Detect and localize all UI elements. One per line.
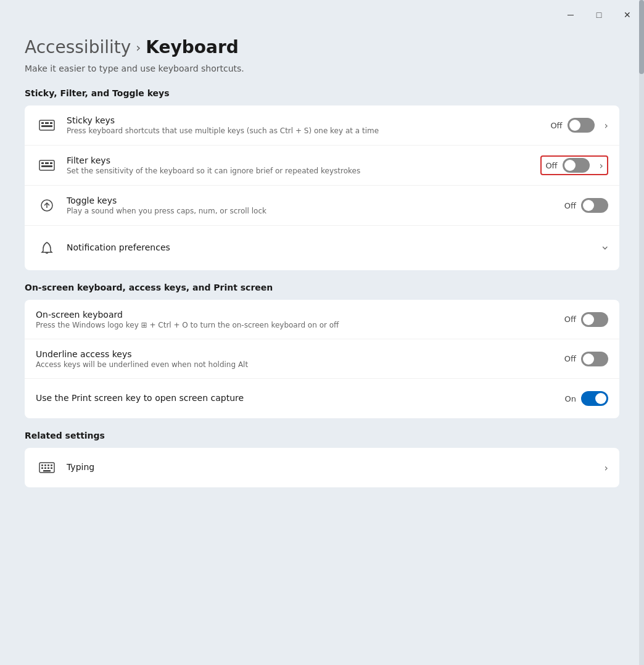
svg-rect-1 xyxy=(41,122,44,124)
notification-prefs-control: › xyxy=(598,241,608,255)
toggle-keys-toggle[interactable] xyxy=(581,198,608,213)
close-button[interactable]: ✕ xyxy=(613,5,642,25)
notification-prefs-title: Notification preferences xyxy=(67,242,588,252)
typing-row[interactable]: Typing › xyxy=(25,448,619,487)
filter-keys-control: Off › xyxy=(540,155,608,175)
print-screen-row[interactable]: Use the Print screen key to open screen … xyxy=(25,379,619,418)
underline-access-keys-control: Off xyxy=(564,352,608,366)
typing-text: Typing xyxy=(67,462,590,473)
notification-prefs-text: Notification preferences xyxy=(67,242,588,254)
svg-rect-8 xyxy=(50,162,52,164)
notification-prefs-row[interactable]: Notification preferences › xyxy=(25,226,619,270)
svg-rect-9 xyxy=(41,165,52,167)
underline-access-keys-text: Underline access keys Access keys will b… xyxy=(36,349,555,369)
svg-rect-7 xyxy=(45,162,49,164)
breadcrumb-parent[interactable]: Accessibility xyxy=(25,37,131,57)
underline-access-keys-row[interactable]: Underline access keys Access keys will b… xyxy=(25,339,619,379)
main-content: Accessibility › Keyboard Make it easier … xyxy=(0,25,644,514)
sticky-keys-label: Off xyxy=(550,121,562,130)
on-screen-keyboard-desc: Press the Windows logo key ⊞ + Ctrl + O … xyxy=(36,321,555,329)
toggle-keys-row[interactable]: Toggle keys Play a sound when you press … xyxy=(25,186,619,226)
filter-keys-label: Off xyxy=(545,161,557,170)
on-screen-keyboard-label: Off xyxy=(564,315,576,324)
svg-rect-16 xyxy=(51,465,52,466)
toggle-keys-control: Off xyxy=(564,198,608,213)
svg-rect-2 xyxy=(45,122,49,124)
title-bar: ─ □ ✕ xyxy=(0,0,644,25)
svg-rect-13 xyxy=(41,465,43,466)
underline-access-keys-title: Underline access keys xyxy=(36,349,555,359)
toggle-keys-label: Off xyxy=(564,201,576,210)
svg-rect-4 xyxy=(41,125,52,127)
typing-icon xyxy=(36,456,58,479)
on-screen-keyboard-text: On-screen keyboard Press the Windows log… xyxy=(36,310,555,329)
breadcrumb: Accessibility › Keyboard xyxy=(25,37,619,57)
svg-rect-14 xyxy=(44,465,46,466)
filter-keys-toggle[interactable] xyxy=(563,158,590,173)
scrollbar-thumb[interactable] xyxy=(639,0,644,74)
print-screen-control: On xyxy=(565,391,608,406)
underline-access-keys-toggle[interactable] xyxy=(581,352,608,366)
sticky-keys-icon xyxy=(36,114,58,136)
toggle-keys-icon xyxy=(36,194,58,217)
sticky-keys-row[interactable]: Sticky keys Press keyboard shortcuts tha… xyxy=(25,105,619,146)
underline-access-keys-label: Off xyxy=(564,354,576,363)
section1-header: Sticky, Filter, and Toggle keys xyxy=(25,88,619,98)
svg-rect-18 xyxy=(44,468,46,469)
section3-header: Related settings xyxy=(25,431,619,440)
toggle-keys-text: Toggle keys Play a sound when you press … xyxy=(67,196,555,215)
filter-keys-title: Filter keys xyxy=(67,155,530,165)
scrollbar-track xyxy=(639,0,644,665)
svg-rect-17 xyxy=(41,468,43,469)
filter-keys-desc: Set the sensitivity of the keyboard so i… xyxy=(67,167,530,175)
filter-keys-highlight-box: Off › xyxy=(540,155,608,175)
print-screen-label: On xyxy=(565,394,576,403)
on-screen-keyboard-control: Off xyxy=(564,312,608,327)
toggle-keys-desc: Play a sound when you press caps, num, o… xyxy=(67,207,555,215)
svg-rect-15 xyxy=(47,465,49,466)
filter-keys-text: Filter keys Set the sensitivity of the k… xyxy=(67,155,530,175)
typing-chevron[interactable]: › xyxy=(605,462,608,474)
on-screen-keyboard-row[interactable]: On-screen keyboard Press the Windows log… xyxy=(25,300,619,339)
section2-card: On-screen keyboard Press the Windows log… xyxy=(25,300,619,418)
svg-rect-19 xyxy=(47,468,49,469)
maximize-button[interactable]: □ xyxy=(585,5,613,25)
section3-card: Typing › xyxy=(25,448,619,487)
minimize-button[interactable]: ─ xyxy=(556,5,585,25)
print-screen-toggle[interactable] xyxy=(581,391,608,406)
print-screen-text: Use the Print screen key to open screen … xyxy=(36,393,555,404)
toggle-keys-title: Toggle keys xyxy=(67,196,555,205)
notification-prefs-icon xyxy=(36,237,58,259)
sticky-keys-text: Sticky keys Press keyboard shortcuts tha… xyxy=(67,115,540,135)
sticky-keys-title: Sticky keys xyxy=(67,115,540,125)
page-subtitle: Make it easier to type and use keyboard … xyxy=(25,64,619,73)
on-screen-keyboard-title: On-screen keyboard xyxy=(36,310,555,320)
svg-rect-3 xyxy=(50,122,52,124)
typing-control: › xyxy=(600,462,608,474)
filter-keys-icon xyxy=(36,154,58,176)
section1-card: Sticky keys Press keyboard shortcuts tha… xyxy=(25,105,619,270)
sticky-keys-desc: Press keyboard shortcuts that use multip… xyxy=(67,126,540,135)
underline-access-keys-desc: Access keys will be underlined even when… xyxy=(36,360,555,369)
filter-keys-row[interactable]: Filter keys Set the sensitivity of the k… xyxy=(25,146,619,186)
sticky-keys-control: Off › xyxy=(550,118,608,133)
typing-title: Typing xyxy=(67,462,590,472)
breadcrumb-current: Keyboard xyxy=(146,37,238,57)
svg-rect-20 xyxy=(51,468,52,469)
breadcrumb-separator: › xyxy=(136,40,141,55)
print-screen-title: Use the Print screen key to open screen … xyxy=(36,393,555,403)
sticky-keys-chevron[interactable]: › xyxy=(605,120,608,131)
sticky-keys-toggle[interactable] xyxy=(568,118,595,133)
filter-keys-chevron[interactable]: › xyxy=(600,160,603,171)
svg-rect-21 xyxy=(43,470,51,472)
svg-rect-6 xyxy=(41,162,44,164)
on-screen-keyboard-toggle[interactable] xyxy=(581,312,608,327)
notification-prefs-chevron[interactable]: › xyxy=(598,246,613,250)
section2-header: On-screen keyboard, access keys, and Pri… xyxy=(25,283,619,292)
